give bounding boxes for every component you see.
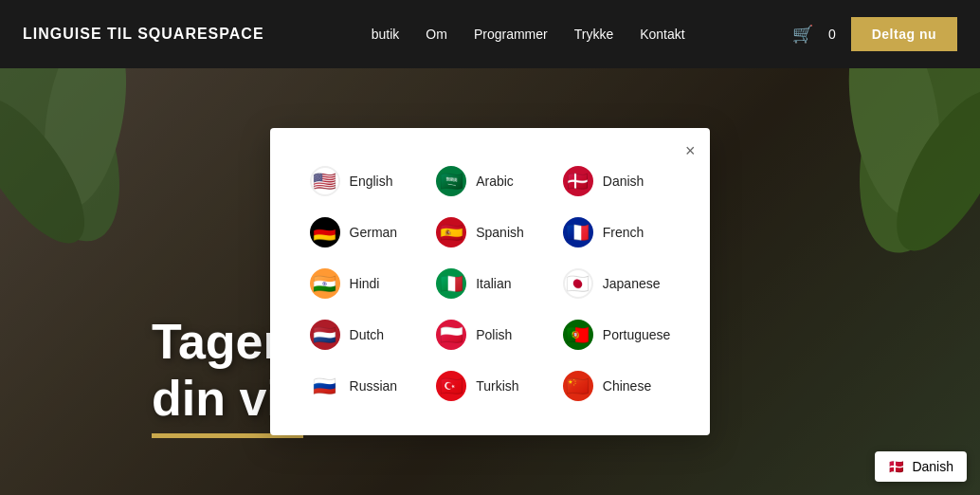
lang-item-french[interactable]: 🇫🇷French: [557, 213, 677, 251]
modal-overlay: × 🇺🇸English🇸🇦Arabic🇩🇰Danish🇩🇪German🇪🇸Spa…: [0, 68, 980, 495]
flag-dutch: 🇳🇱: [310, 320, 340, 350]
lang-label-arabic: Arabic: [476, 174, 514, 189]
lang-label-dutch: Dutch: [350, 327, 385, 342]
lang-label-italian: Italian: [476, 276, 511, 291]
lang-item-german[interactable]: 🇩🇪German: [304, 213, 424, 251]
lang-item-turkish[interactable]: 🇹🇷Turkish: [430, 367, 550, 405]
flag-german: 🇩🇪: [310, 217, 340, 248]
flag-chinese: 🇨🇳: [563, 371, 593, 401]
lang-label-russian: Russian: [350, 378, 398, 394]
lang-label-spanish: Spanish: [476, 225, 524, 240]
flag-russian: 🇷🇺: [310, 371, 340, 401]
lang-label-german: German: [350, 225, 398, 240]
lang-item-arabic[interactable]: 🇸🇦Arabic: [430, 162, 550, 200]
lang-label-danish: Danish: [603, 174, 644, 189]
brand-logo: LINGUISE TIL SQUARESPACE: [23, 26, 264, 43]
flag-italian: 🇮🇹: [436, 268, 466, 299]
nav-trykke[interactable]: Trykke: [574, 27, 613, 42]
lang-label-japanese: Japanese: [603, 276, 661, 291]
lang-item-polish[interactable]: 🇵🇱Polish: [430, 316, 550, 354]
lang-item-english[interactable]: 🇺🇸English: [304, 162, 424, 200]
flag-turkish: 🇹🇷: [436, 371, 466, 401]
language-modal: × 🇺🇸English🇸🇦Arabic🇩🇰Danish🇩🇪German🇪🇸Spa…: [270, 128, 711, 435]
lang-item-danish[interactable]: 🇩🇰Danish: [557, 162, 677, 200]
lang-label-hindi: Hindi: [350, 276, 380, 291]
cart-icon[interactable]: 🛒: [792, 24, 813, 45]
cta-button[interactable]: Deltag nu: [851, 17, 957, 51]
flag-english: 🇺🇸: [310, 166, 340, 196]
nav-kontakt[interactable]: Kontakt: [640, 27, 684, 42]
lang-label-turkish: Turkish: [476, 378, 518, 394]
modal-close-button[interactable]: ×: [685, 141, 696, 161]
switcher-label: Danish: [912, 459, 953, 474]
nav-butik[interactable]: butik: [372, 27, 400, 42]
lang-item-portuguese[interactable]: 🇵🇹Portuguese: [557, 316, 677, 354]
cart-count: 0: [828, 27, 836, 42]
lang-label-english: English: [350, 174, 393, 189]
nav-links: butik Om Programmer Trykke Kontakt: [372, 27, 685, 42]
lang-label-polish: Polish: [476, 327, 512, 342]
flag-portuguese: 🇵🇹: [563, 320, 593, 350]
flag-polish: 🇵🇱: [436, 320, 466, 350]
lang-item-chinese[interactable]: 🇨🇳Chinese: [557, 367, 677, 405]
lang-label-chinese: Chinese: [603, 378, 651, 394]
switcher-flag: 🇩🇰: [888, 459, 904, 474]
lang-item-japanese[interactable]: 🇯🇵Japanese: [557, 265, 677, 302]
lang-item-russian[interactable]: 🇷🇺Russian: [304, 367, 424, 405]
flag-danish: 🇩🇰: [563, 166, 593, 196]
lang-item-dutch[interactable]: 🇳🇱Dutch: [304, 316, 424, 354]
flag-hindi: 🇮🇳: [310, 268, 340, 299]
flag-japanese: 🇯🇵: [563, 268, 593, 299]
lang-label-french: French: [603, 225, 644, 240]
lang-item-hindi[interactable]: 🇮🇳Hindi: [304, 265, 424, 302]
navbar: LINGUISE TIL SQUARESPACE butik Om Progra…: [0, 0, 980, 68]
lang-label-portuguese: Portuguese: [603, 327, 671, 342]
flag-french: 🇫🇷: [563, 217, 593, 248]
nav-om[interactable]: Om: [426, 27, 447, 42]
navbar-right: 🛒 0 Deltag nu: [792, 17, 957, 51]
lang-item-italian[interactable]: 🇮🇹Italian: [430, 265, 550, 302]
flag-spanish: 🇪🇸: [436, 217, 466, 248]
language-switcher[interactable]: 🇩🇰 Danish: [875, 451, 967, 482]
language-grid: 🇺🇸English🇸🇦Arabic🇩🇰Danish🇩🇪German🇪🇸Spani…: [304, 162, 677, 405]
nav-programmer[interactable]: Programmer: [474, 27, 548, 42]
lang-item-spanish[interactable]: 🇪🇸Spanish: [430, 213, 550, 251]
flag-arabic: 🇸🇦: [436, 166, 466, 196]
